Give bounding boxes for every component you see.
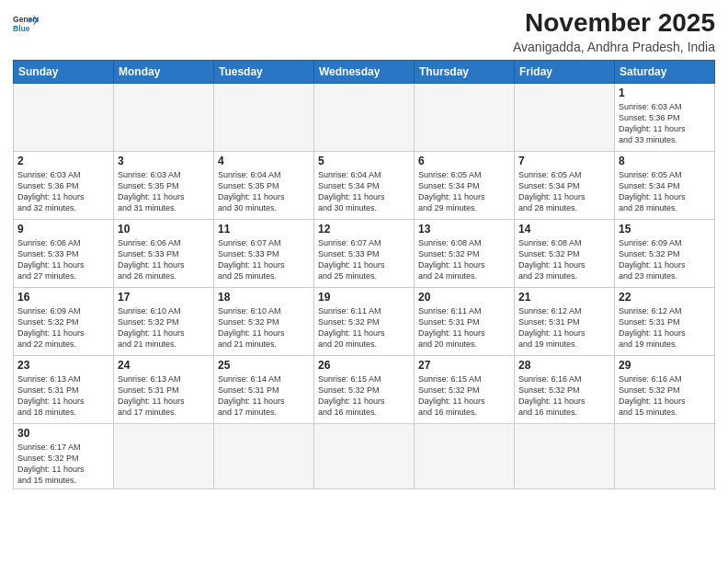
header-saturday: Saturday (615, 60, 715, 83)
calendar-cell: 8Sunrise: 6:05 AM Sunset: 5:34 PM Daylig… (615, 151, 715, 219)
calendar-week-row: 1Sunrise: 6:03 AM Sunset: 5:36 PM Daylig… (14, 83, 715, 151)
logo: General Blue (13, 13, 39, 33)
day-number: 30 (17, 427, 109, 440)
weekday-header-row: Sunday Monday Tuesday Wednesday Thursday… (14, 60, 715, 83)
day-number: 2 (17, 155, 109, 167)
calendar-cell: 29Sunrise: 6:16 AM Sunset: 5:32 PM Dayli… (615, 355, 715, 423)
day-number: 16 (17, 291, 109, 304)
day-number: 10 (118, 223, 210, 236)
calendar-cell: 12Sunrise: 6:07 AM Sunset: 5:33 PM Dayli… (314, 219, 415, 287)
day-number: 22 (619, 291, 711, 304)
header-monday: Monday (114, 60, 214, 83)
day-number: 28 (518, 359, 610, 372)
calendar-cell: 17Sunrise: 6:10 AM Sunset: 5:32 PM Dayli… (114, 287, 214, 355)
cell-text: Sunrise: 6:14 AM Sunset: 5:31 PM Dayligh… (218, 373, 310, 419)
day-number: 13 (418, 223, 510, 236)
title-block: November 2025 Avanigadda, Andhra Pradesh… (513, 9, 715, 54)
cell-text: Sunrise: 6:05 AM Sunset: 5:34 PM Dayligh… (518, 169, 610, 214)
cell-text: Sunrise: 6:04 AM Sunset: 5:34 PM Dayligh… (318, 169, 410, 214)
header-thursday: Thursday (415, 60, 515, 83)
calendar-cell (415, 83, 515, 151)
day-number: 4 (218, 155, 310, 167)
day-number: 17 (118, 291, 210, 304)
calendar-cell: 28Sunrise: 6:16 AM Sunset: 5:32 PM Dayli… (515, 355, 615, 423)
svg-text:Blue: Blue (13, 24, 30, 33)
day-number: 9 (17, 223, 109, 236)
page: General Blue November 2025 Avanigadda, A… (0, 0, 728, 563)
day-number: 20 (418, 291, 510, 304)
cell-text: Sunrise: 6:03 AM Sunset: 5:35 PM Dayligh… (118, 169, 210, 214)
cell-text: Sunrise: 6:08 AM Sunset: 5:32 PM Dayligh… (418, 237, 510, 282)
day-number: 11 (218, 223, 310, 236)
cell-text: Sunrise: 6:05 AM Sunset: 5:34 PM Dayligh… (619, 169, 711, 214)
day-number: 1 (619, 86, 711, 99)
day-number: 12 (318, 223, 410, 236)
cell-text: Sunrise: 6:10 AM Sunset: 5:32 PM Dayligh… (118, 305, 210, 350)
calendar-cell: 20Sunrise: 6:11 AM Sunset: 5:31 PM Dayli… (415, 287, 515, 355)
header: General Blue November 2025 Avanigadda, A… (13, 9, 715, 54)
cell-text: Sunrise: 6:06 AM Sunset: 5:33 PM Dayligh… (17, 237, 109, 282)
day-number: 7 (518, 155, 610, 167)
day-number: 27 (418, 359, 510, 372)
calendar-cell: 1Sunrise: 6:03 AM Sunset: 5:36 PM Daylig… (615, 83, 715, 151)
cell-text: Sunrise: 6:06 AM Sunset: 5:33 PM Dayligh… (118, 237, 210, 282)
calendar-cell (214, 423, 314, 489)
calendar-cell: 4Sunrise: 6:04 AM Sunset: 5:35 PM Daylig… (214, 151, 314, 219)
calendar-cell: 30Sunrise: 6:17 AM Sunset: 5:32 PM Dayli… (14, 423, 114, 489)
calendar-cell: 14Sunrise: 6:08 AM Sunset: 5:32 PM Dayli… (515, 219, 615, 287)
cell-text: Sunrise: 6:12 AM Sunset: 5:31 PM Dayligh… (619, 305, 711, 350)
calendar-cell: 25Sunrise: 6:14 AM Sunset: 5:31 PM Dayli… (214, 355, 314, 423)
day-number: 25 (218, 359, 310, 372)
calendar: Sunday Monday Tuesday Wednesday Thursday… (13, 60, 715, 490)
calendar-cell: 26Sunrise: 6:15 AM Sunset: 5:32 PM Dayli… (314, 355, 415, 423)
header-sunday: Sunday (14, 60, 114, 83)
cell-text: Sunrise: 6:09 AM Sunset: 5:32 PM Dayligh… (17, 305, 109, 350)
generalblue-logo-icon: General Blue (13, 13, 39, 33)
calendar-cell: 23Sunrise: 6:13 AM Sunset: 5:31 PM Dayli… (14, 355, 114, 423)
calendar-cell (114, 423, 214, 489)
cell-text: Sunrise: 6:12 AM Sunset: 5:31 PM Dayligh… (518, 305, 610, 350)
calendar-cell (615, 423, 715, 489)
cell-text: Sunrise: 6:11 AM Sunset: 5:31 PM Dayligh… (418, 305, 510, 350)
cell-text: Sunrise: 6:15 AM Sunset: 5:32 PM Dayligh… (318, 373, 410, 419)
calendar-cell: 24Sunrise: 6:13 AM Sunset: 5:31 PM Dayli… (114, 355, 214, 423)
cell-text: Sunrise: 6:07 AM Sunset: 5:33 PM Dayligh… (318, 237, 410, 282)
month-title: November 2025 (513, 9, 715, 38)
cell-text: Sunrise: 6:03 AM Sunset: 5:36 PM Dayligh… (619, 101, 711, 146)
day-number: 18 (218, 291, 310, 304)
calendar-week-row: 23Sunrise: 6:13 AM Sunset: 5:31 PM Dayli… (14, 355, 715, 423)
cell-text: Sunrise: 6:11 AM Sunset: 5:32 PM Dayligh… (318, 305, 410, 350)
cell-text: Sunrise: 6:17 AM Sunset: 5:32 PM Dayligh… (17, 442, 109, 487)
calendar-week-row: 9Sunrise: 6:06 AM Sunset: 5:33 PM Daylig… (14, 219, 715, 287)
cell-text: Sunrise: 6:04 AM Sunset: 5:35 PM Dayligh… (218, 169, 310, 214)
calendar-cell: 21Sunrise: 6:12 AM Sunset: 5:31 PM Dayli… (515, 287, 615, 355)
cell-text: Sunrise: 6:10 AM Sunset: 5:32 PM Dayligh… (218, 305, 310, 350)
day-number: 29 (619, 359, 711, 372)
calendar-cell (415, 423, 515, 489)
calendar-cell: 10Sunrise: 6:06 AM Sunset: 5:33 PM Dayli… (114, 219, 214, 287)
day-number: 8 (619, 155, 711, 167)
header-tuesday: Tuesday (214, 60, 314, 83)
day-number: 24 (118, 359, 210, 372)
calendar-cell: 3Sunrise: 6:03 AM Sunset: 5:35 PM Daylig… (114, 151, 214, 219)
calendar-cell (515, 83, 615, 151)
calendar-cell: 7Sunrise: 6:05 AM Sunset: 5:34 PM Daylig… (515, 151, 615, 219)
calendar-week-row: 30Sunrise: 6:17 AM Sunset: 5:32 PM Dayli… (14, 423, 715, 489)
calendar-cell (314, 83, 415, 151)
calendar-week-row: 16Sunrise: 6:09 AM Sunset: 5:32 PM Dayli… (14, 287, 715, 355)
day-number: 14 (518, 223, 610, 236)
calendar-cell: 16Sunrise: 6:09 AM Sunset: 5:32 PM Dayli… (14, 287, 114, 355)
day-number: 6 (418, 155, 510, 167)
day-number: 26 (318, 359, 410, 372)
calendar-cell (515, 423, 615, 489)
calendar-cell (114, 83, 214, 151)
calendar-cell: 6Sunrise: 6:05 AM Sunset: 5:34 PM Daylig… (415, 151, 515, 219)
calendar-cell: 9Sunrise: 6:06 AM Sunset: 5:33 PM Daylig… (14, 219, 114, 287)
day-number: 21 (518, 291, 610, 304)
cell-text: Sunrise: 6:13 AM Sunset: 5:31 PM Dayligh… (17, 373, 109, 419)
cell-text: Sunrise: 6:13 AM Sunset: 5:31 PM Dayligh… (118, 373, 210, 419)
header-friday: Friday (515, 60, 615, 83)
cell-text: Sunrise: 6:03 AM Sunset: 5:36 PM Dayligh… (17, 169, 109, 214)
calendar-week-row: 2Sunrise: 6:03 AM Sunset: 5:36 PM Daylig… (14, 151, 715, 219)
calendar-cell (14, 83, 114, 151)
